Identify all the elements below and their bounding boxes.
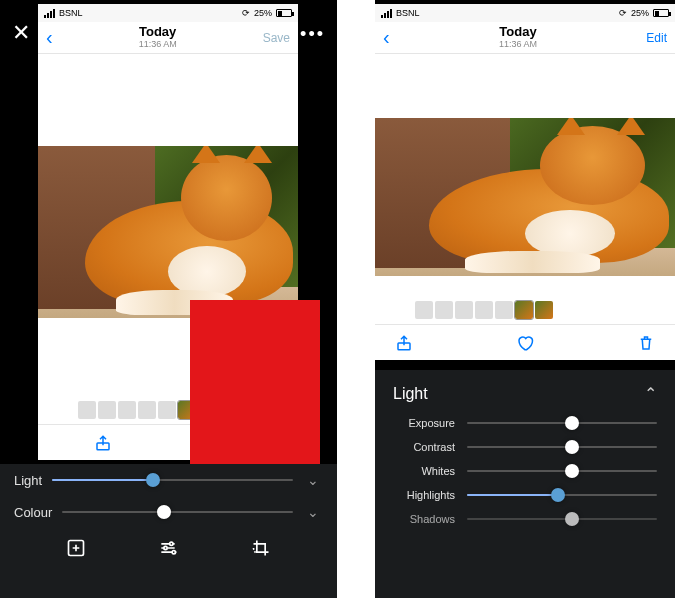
back-chevron-icon[interactable]: ‹	[46, 26, 53, 49]
highlights-slider[interactable]	[467, 494, 657, 496]
battery-pct: 25%	[631, 8, 649, 18]
trash-icon[interactable]	[637, 334, 655, 352]
light-slider[interactable]	[52, 479, 293, 481]
carrier-label: BSNL	[59, 8, 83, 18]
signal-icon	[381, 9, 392, 18]
exposure-slider[interactable]	[467, 422, 657, 424]
right-editor-panel: BSNL ⟳ 25% ‹ Today 11:36 AM Edit	[375, 0, 675, 598]
more-menu-icon[interactable]: •••	[300, 24, 325, 45]
battery-pct: 25%	[254, 8, 272, 18]
whites-label: Whites	[375, 465, 455, 477]
contrast-slider[interactable]	[467, 446, 657, 448]
photo-main[interactable]	[38, 146, 298, 318]
section-title: Light	[393, 385, 428, 403]
add-filter-icon[interactable]	[66, 538, 86, 558]
colour-label: Colour	[14, 505, 52, 520]
shadows-row: Shadows	[375, 507, 675, 531]
tune-icon[interactable]	[158, 538, 178, 558]
chevron-down-icon[interactable]: ⌄	[303, 472, 323, 488]
back-chevron-icon[interactable]: ‹	[383, 26, 390, 49]
chevron-up-icon[interactable]: ⌃	[644, 384, 657, 403]
svg-point-5	[173, 551, 176, 554]
highlights-row: Highlights	[375, 483, 675, 507]
colour-slider[interactable]	[62, 511, 293, 513]
phone-preview-right: BSNL ⟳ 25% ‹ Today 11:36 AM Edit	[375, 4, 675, 360]
carrier-label: BSNL	[396, 8, 420, 18]
light-detail-panel: Light ⌃ Exposure Contrast Whites Highlig…	[375, 370, 675, 598]
edit-button[interactable]: Edit	[646, 31, 667, 45]
battery-icon	[653, 9, 669, 17]
exposure-label: Exposure	[375, 417, 455, 429]
save-button[interactable]: Save	[263, 31, 290, 45]
share-icon[interactable]	[395, 334, 413, 352]
status-bar: BSNL ⟳ 25%	[38, 4, 298, 22]
left-editor-panel: ✕ ••• BSNL ⟳ 25% ‹ Today 11:36 AM Save	[0, 0, 337, 598]
heart-icon[interactable]	[224, 434, 242, 452]
phone-action-bar	[38, 424, 298, 460]
nav-title: Today	[139, 25, 177, 39]
shadows-label: Shadows	[375, 513, 455, 525]
close-icon[interactable]: ✕	[12, 20, 30, 46]
edit-tool-row	[0, 528, 337, 568]
nav-title: Today	[499, 25, 537, 39]
contrast-row: Contrast	[375, 435, 675, 459]
photo-main[interactable]	[375, 118, 675, 276]
nav-bar: ‹ Today 11:36 AM Save	[38, 22, 298, 54]
nav-subtitle: 11:36 AM	[499, 40, 537, 50]
thumbnail-strip[interactable]	[375, 300, 675, 320]
light-section-header[interactable]: Light ⌃	[375, 370, 675, 411]
light-slider-row: Light ⌄	[0, 464, 337, 496]
exposure-row: Exposure	[375, 411, 675, 435]
shadows-slider[interactable]	[467, 518, 657, 520]
highlights-label: Highlights	[375, 489, 455, 501]
nav-bar: ‹ Today 11:36 AM Edit	[375, 22, 675, 54]
colour-slider-row: Colour ⌄	[0, 496, 337, 528]
share-icon[interactable]	[94, 434, 112, 452]
thumbnail-strip[interactable]	[38, 400, 298, 420]
nav-subtitle: 11:36 AM	[139, 40, 177, 50]
status-bar: BSNL ⟳ 25%	[375, 4, 675, 22]
phone-preview-left: BSNL ⟳ 25% ‹ Today 11:36 AM Save	[38, 4, 298, 460]
heart-icon[interactable]	[516, 334, 534, 352]
svg-point-3	[170, 542, 173, 545]
signal-icon	[44, 9, 55, 18]
light-label: Light	[14, 473, 42, 488]
chevron-down-icon[interactable]: ⌄	[303, 504, 323, 520]
crop-rotate-icon[interactable]	[251, 538, 271, 558]
basic-adjust-panel: Light ⌄ Colour ⌄	[0, 464, 337, 598]
battery-icon	[276, 9, 292, 17]
whites-slider[interactable]	[467, 470, 657, 472]
whites-row: Whites	[375, 459, 675, 483]
svg-point-4	[164, 546, 167, 549]
contrast-label: Contrast	[375, 441, 455, 453]
phone-action-bar	[375, 324, 675, 360]
